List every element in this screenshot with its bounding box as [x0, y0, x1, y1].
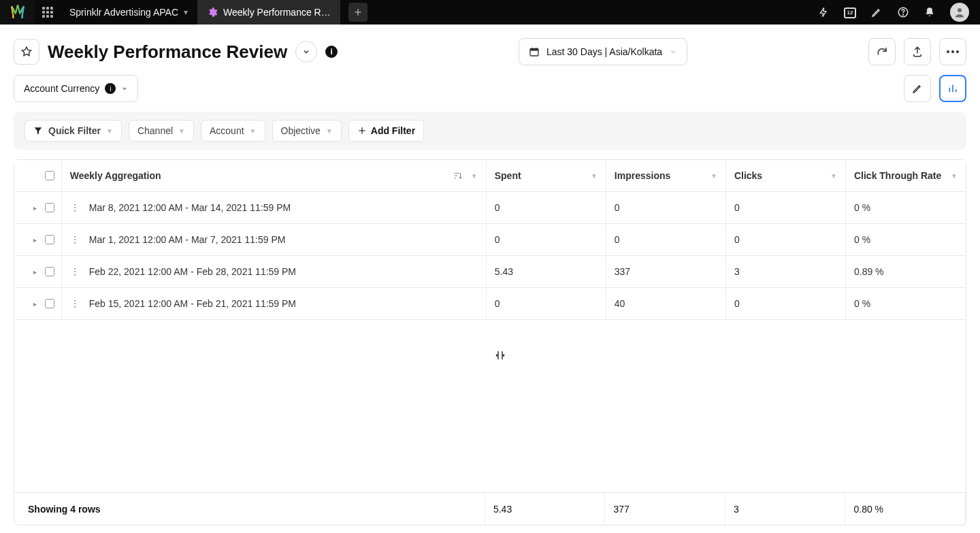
date-range-label: Last 30 Days | Asia/Kolkata — [546, 46, 662, 57]
row-menu-icon[interactable]: ⋮ — [70, 270, 80, 274]
spent-value: 0 — [495, 202, 500, 213]
select-all-cell[interactable] — [14, 160, 62, 191]
workspace-tab[interactable]: Sprinklr Advertising APAC ▾ — [60, 0, 197, 25]
currency-selector[interactable]: Account Currency i — [14, 75, 138, 102]
user-avatar[interactable] — [950, 3, 969, 22]
impressions-value: 337 — [615, 266, 630, 277]
bell-icon[interactable] — [924, 6, 935, 18]
column-header-clicks[interactable]: Clicks ▼ — [726, 160, 846, 191]
currency-label: Account Currency — [24, 83, 99, 94]
aggregation-label: Mar 8, 2021 12:00 AM - Mar 14, 2021 11:5… — [89, 202, 291, 213]
checkbox[interactable] — [45, 235, 54, 244]
expand-icon[interactable]: ▸ — [33, 268, 37, 276]
expand-icon[interactable]: ▸ — [33, 236, 37, 244]
chevron-down-icon — [669, 48, 677, 56]
spent-value: 0 — [495, 234, 500, 245]
aggregation-label: Feb 22, 2021 12:00 AM - Feb 28, 2021 11:… — [89, 266, 296, 277]
column-menu-icon[interactable]: ▼ — [591, 172, 598, 180]
checkbox[interactable] — [45, 267, 54, 276]
checkbox[interactable] — [45, 299, 54, 308]
calendar-icon — [529, 46, 540, 57]
table-row[interactable]: ▸ ⋮ Feb 15, 2021 12:00 AM - Feb 21, 2021… — [14, 288, 966, 320]
column-menu-icon[interactable]: ▼ — [830, 172, 837, 180]
svg-rect-4 — [530, 48, 538, 50]
impressions-value: 0 — [615, 234, 620, 245]
clicks-value: 3 — [734, 266, 740, 277]
ctr-value: 0 % — [854, 234, 870, 245]
calendar-icon[interactable]: 12 — [844, 6, 856, 18]
column-header-ctr[interactable]: Click Through Rate ▼ — [846, 160, 966, 191]
svg-point-2 — [958, 8, 962, 12]
help-icon[interactable] — [897, 6, 909, 18]
svg-point-1 — [903, 14, 904, 15]
impressions-value: 40 — [615, 298, 625, 309]
column-header-impressions[interactable]: Impressions ▼ — [606, 160, 726, 191]
expand-icon[interactable]: ▸ — [33, 204, 37, 212]
channel-filter-chip[interactable]: Channel ▼ — [129, 120, 194, 142]
table-footer-row: Showing 4 rows 5.43 377 3 0.80 % — [14, 492, 966, 525]
more-menu-button[interactable] — [939, 38, 966, 65]
checkbox[interactable] — [45, 203, 54, 212]
refresh-button[interactable] — [868, 38, 896, 65]
account-filter-chip[interactable]: Account ▼ — [201, 120, 265, 142]
app-switcher-icon[interactable] — [35, 7, 60, 18]
export-button[interactable] — [904, 38, 931, 65]
account-filter-label: Account — [210, 125, 244, 136]
brand-logo[interactable] — [0, 0, 35, 25]
total-spent: 5.43 — [493, 504, 512, 515]
sort-icon[interactable] — [453, 171, 463, 180]
column-resize-handle[interactable] — [492, 347, 508, 364]
ctr-value: 0 % — [854, 298, 870, 309]
add-tab-button[interactable] — [348, 3, 368, 22]
dropdown-icon: ▼ — [250, 127, 257, 135]
filter-icon — [33, 126, 43, 135]
column-header-spent[interactable]: Spent ▼ — [487, 160, 606, 191]
svg-point-6 — [951, 50, 954, 53]
column-menu-icon[interactable]: ▼ — [710, 172, 717, 180]
lightning-icon[interactable] — [818, 6, 829, 18]
data-table: Weekly Aggregation ▼ Spent ▼ Impressions… — [14, 159, 966, 526]
add-filter-button[interactable]: Add Filter — [348, 120, 424, 142]
quick-filter-label: Quick Filter — [48, 125, 101, 136]
column-menu-icon[interactable]: ▼ — [471, 172, 478, 180]
pencil-icon[interactable] — [871, 7, 882, 18]
expand-icon[interactable]: ▸ — [33, 300, 37, 308]
top-nav: Sprinklr Advertising APAC ▾ Weekly Perfo… — [0, 0, 980, 25]
checkbox[interactable] — [45, 171, 54, 180]
page-title: Weekly Performance Review — [48, 42, 287, 63]
dropdown-icon: ▼ — [326, 127, 333, 135]
svg-point-7 — [956, 50, 959, 53]
table-row[interactable]: ▸ ⋮ Feb 22, 2021 12:00 AM - Feb 28, 2021… — [14, 256, 966, 288]
chevron-down-icon: ▾ — [184, 7, 188, 17]
edit-button[interactable] — [904, 75, 931, 102]
channel-filter-label: Channel — [137, 125, 173, 136]
column-header-aggregation[interactable]: Weekly Aggregation ▼ — [62, 160, 487, 191]
workspace-tab-label: Sprinklr Advertising APAC — [69, 7, 178, 18]
quick-filter-chip[interactable]: Quick Filter ▼ — [24, 120, 122, 142]
favorite-star-button[interactable] — [14, 39, 39, 65]
total-impressions: 377 — [613, 504, 629, 515]
spent-value: 0 — [495, 298, 500, 309]
row-menu-icon[interactable]: ⋮ — [70, 302, 80, 306]
row-menu-icon[interactable]: ⋮ — [70, 238, 80, 242]
dropdown-icon: ▼ — [178, 127, 185, 135]
column-menu-icon[interactable]: ▼ — [951, 172, 958, 180]
filter-bar: Quick Filter ▼ Channel ▼ Account ▼ Objec… — [14, 112, 966, 150]
row-menu-icon[interactable]: ⋮ — [70, 206, 80, 210]
ctr-value: 0 % — [854, 202, 870, 213]
title-dropdown-button[interactable] — [295, 41, 317, 63]
dashboard-tab-active[interactable]: Weekly Performance Revie — [197, 0, 340, 25]
ctr-value: 0.89 % — [854, 266, 884, 277]
table-row[interactable]: ▸ ⋮ Mar 8, 2021 12:00 AM - Mar 14, 2021 … — [14, 192, 966, 224]
gear-icon — [207, 7, 218, 18]
svg-point-5 — [947, 50, 949, 53]
table-row[interactable]: ▸ ⋮ Mar 1, 2021 12:00 AM - Mar 7, 2021 1… — [14, 224, 966, 256]
impressions-value: 0 — [615, 202, 620, 213]
table-body: ▸ ⋮ Mar 8, 2021 12:00 AM - Mar 14, 2021 … — [14, 192, 966, 492]
clicks-value: 0 — [734, 202, 740, 213]
info-icon[interactable]: i — [325, 46, 338, 58]
clicks-value: 0 — [734, 298, 740, 309]
objective-filter-chip[interactable]: Objective ▼ — [272, 120, 342, 142]
chart-view-toggle[interactable] — [939, 75, 966, 102]
date-range-picker[interactable]: Last 30 Days | Asia/Kolkata — [519, 38, 687, 65]
